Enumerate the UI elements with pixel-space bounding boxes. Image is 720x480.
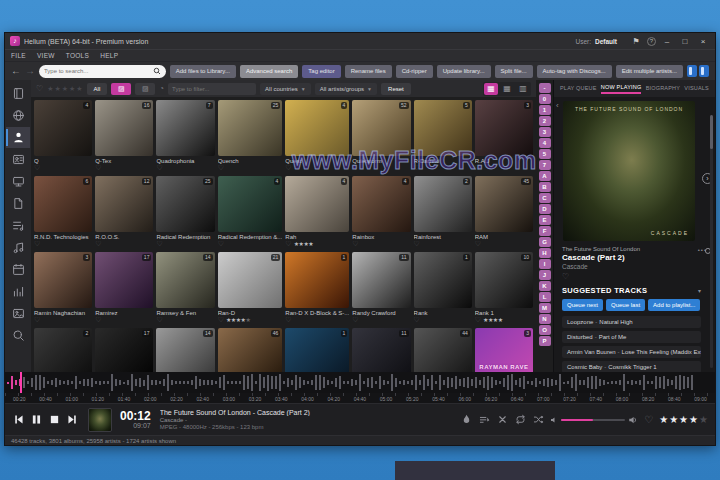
alphabet-letter-L[interactable]: L xyxy=(539,292,551,302)
close-button[interactable]: × xyxy=(696,37,710,46)
artist-tile[interactable]: 16Q-Tex♡ xyxy=(95,100,153,172)
artist-tile[interactable]: 3RAYMAN RAVE♡ xyxy=(475,328,533,372)
menu-file[interactable]: FILE xyxy=(11,52,26,59)
favorite-icon[interactable]: ♡ xyxy=(352,240,358,248)
rating-stars[interactable]: ★★★★ xyxy=(294,240,314,248)
chevron-down-icon[interactable]: ▾ xyxy=(698,287,701,294)
toolbar-button[interactable]: Cd-ripper xyxy=(396,65,433,78)
suggested-track-row[interactable]: Loopzone-Natural High xyxy=(562,316,701,328)
stop-button[interactable] xyxy=(48,413,61,426)
alphabet-letter-I[interactable]: I xyxy=(539,259,551,269)
toolbar-button[interactable]: Split file... xyxy=(495,65,533,78)
favorite-icon[interactable]: ♡ xyxy=(475,316,481,324)
filter-input[interactable] xyxy=(172,86,252,92)
country-dropdown[interactable]: All countries ▼ xyxy=(260,83,311,95)
alphabet-letter-4[interactable]: 4 xyxy=(539,138,551,148)
alphabet-letter--[interactable]: - xyxy=(539,83,551,93)
now-playing-thumbnail[interactable] xyxy=(88,408,112,432)
rating-stars[interactable]: ★★★★★ xyxy=(226,316,250,324)
filter-star-icon[interactable]: ★ xyxy=(62,85,68,93)
sidebar-item-pictures[interactable] xyxy=(6,303,30,324)
sidebar-item-playlist[interactable] xyxy=(6,215,30,236)
favorite-icon[interactable]: ♡ xyxy=(218,164,224,172)
toolbar-button[interactable]: Rename files xyxy=(345,65,392,78)
favorite-icon[interactable]: ♡ xyxy=(414,164,420,172)
alphabet-letter-F[interactable]: F xyxy=(539,226,551,236)
favorite-icon[interactable]: ♡ xyxy=(218,240,224,248)
volume-min-icon[interactable] xyxy=(550,416,558,424)
suggested-track-row[interactable]: Armin Van Buuren-Lose This Feeling (Madd… xyxy=(562,346,701,358)
toolbar-button[interactable]: Edit multiple artists... xyxy=(616,65,683,78)
scrollbar-thumb[interactable] xyxy=(710,115,713,149)
favorite-icon[interactable]: ♡ xyxy=(352,316,358,324)
menu-tools[interactable]: TOOLS xyxy=(66,52,89,59)
alphabet-letter-J[interactable]: J xyxy=(539,270,551,280)
sidebar-item-artists[interactable] xyxy=(6,127,30,148)
artist-tile[interactable]: 4Quest♡ xyxy=(285,100,349,172)
artist-tile[interactable]: 25Quench♡ xyxy=(218,100,283,172)
sidebar-item-globe[interactable] xyxy=(6,105,30,126)
alphabet-letter-D[interactable]: D xyxy=(539,204,551,214)
tab-visuals[interactable]: VISUALS xyxy=(684,85,709,93)
sidebar-item-music[interactable] xyxy=(6,237,30,258)
artist-tile[interactable]: 11♡ xyxy=(352,328,410,372)
alphabet-letter-G[interactable]: G xyxy=(539,237,551,247)
artist-tile[interactable]: 12R.O.O.S.♡ xyxy=(95,176,153,248)
suggested-track-row[interactable]: Disturbed-Part of Me xyxy=(562,331,701,343)
artist-tile[interactable]: 14♡ xyxy=(156,328,214,372)
more-options-icon[interactable]: ••• xyxy=(698,247,707,253)
alphabet-letter-A[interactable]: A xyxy=(539,171,551,181)
favorite-icon[interactable]: ♡ xyxy=(156,240,162,248)
artist-tile[interactable]: 25Radical Redemption♡ xyxy=(156,176,214,248)
sidebar-item-files[interactable] xyxy=(6,193,30,214)
artist-tile[interactable]: 1♡ xyxy=(285,328,349,372)
favorite-icon[interactable]: ♡ xyxy=(95,316,101,324)
alphabet-letter-H[interactable]: H xyxy=(539,248,551,258)
sidebar-item-stats[interactable] xyxy=(6,281,30,302)
favorite-icon[interactable]: ♡ xyxy=(352,164,358,172)
view-large-grid-button[interactable]: ▦ xyxy=(484,83,498,95)
waveform-seekbar[interactable] xyxy=(5,372,715,393)
toolbar-button[interactable]: Advanced search xyxy=(240,65,298,78)
artist-tile[interactable]: 21Ran-D♡★★★★★ xyxy=(218,252,283,324)
help-icon[interactable]: ? xyxy=(647,37,656,46)
rating-star-icon[interactable]: ★ xyxy=(679,414,688,425)
maximize-button[interactable]: □ xyxy=(678,37,692,46)
favorite-icon[interactable]: ♡ xyxy=(285,316,291,324)
favorite-filter-icon[interactable]: ♡ xyxy=(36,84,43,93)
suggested-track-row[interactable]: Cosmic Baby-Cosmikk Trigger 1 xyxy=(562,361,701,372)
panel-scrollbar[interactable] xyxy=(710,115,713,368)
favorite-icon[interactable]: ♡ xyxy=(644,414,653,425)
favorite-icon[interactable]: ♡ xyxy=(156,164,162,172)
artist-tile[interactable]: 44♡ xyxy=(414,328,472,372)
artist-tile[interactable]: 10Rank 1♡★★★★ xyxy=(475,252,533,324)
artist-tile[interactable]: 46♡ xyxy=(218,328,283,372)
with-image-filter-button[interactable]: ▨ xyxy=(111,83,131,95)
alphabet-letter-2[interactable]: 2 xyxy=(539,116,551,126)
shuffle-icon[interactable] xyxy=(533,414,544,425)
artist-tile[interactable]: 6R.N.D. Technologies♡ xyxy=(34,176,92,248)
timeline-ruler[interactable]: 00:2000:4001:0001:2001:4002:0002:2002:40… xyxy=(5,393,715,403)
filter-star-icon[interactable]: ★ xyxy=(76,85,82,93)
artist-tile[interactable]: 17Ramirez♡ xyxy=(95,252,153,324)
favorite-icon[interactable]: ♡ xyxy=(414,316,420,324)
favorite-icon[interactable]: ♡ xyxy=(562,272,701,281)
favorite-icon[interactable]: ♡ xyxy=(95,240,101,248)
filter-star-icon[interactable]: ★ xyxy=(54,85,60,93)
favorite-icon[interactable]: ♡ xyxy=(285,240,291,248)
toolbar-button[interactable]: Auto-tag with Discogs... xyxy=(537,65,612,78)
artist-tile[interactable]: 4Rah♡★★★★ xyxy=(285,176,349,248)
sidebar-item-search[interactable] xyxy=(6,325,30,346)
forward-arrow-icon[interactable]: → xyxy=(25,66,35,76)
sidebar-item-contacts[interactable] xyxy=(6,149,30,170)
volume-control[interactable] xyxy=(550,415,638,425)
artist-tile[interactable]: 4Rainbox♡ xyxy=(352,176,410,248)
artist-tile[interactable]: 2♡ xyxy=(34,328,92,372)
toolbar-button[interactable]: Update library... xyxy=(437,65,491,78)
artist-filter[interactable] xyxy=(168,83,256,95)
without-image-filter-button[interactable]: ▨ xyxy=(135,83,155,95)
panel-toggle-right-button[interactable] xyxy=(699,65,709,77)
alphabet-letter-O[interactable]: O xyxy=(539,325,551,335)
previous-track-button[interactable] xyxy=(12,413,25,426)
artist-tile[interactable]: 11Randy Crawford♡ xyxy=(352,252,410,324)
